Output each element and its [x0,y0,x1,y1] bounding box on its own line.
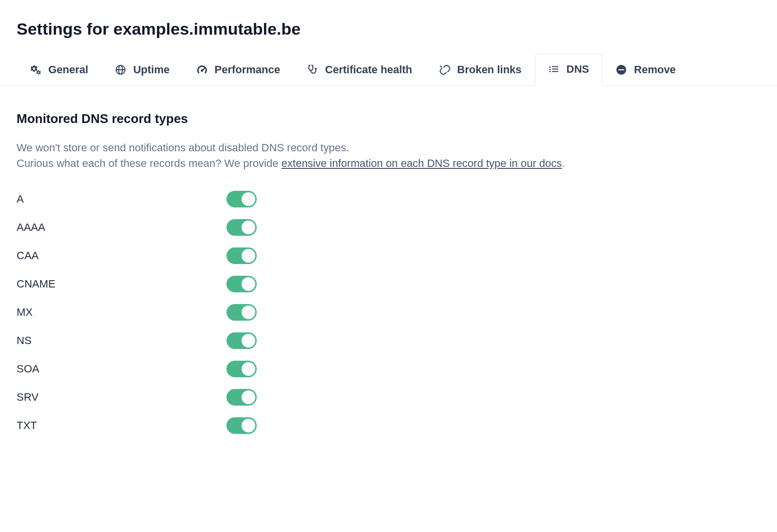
record-label: CAA [17,249,226,262]
tab-dns[interactable]: DNS [535,54,602,86]
toggle-knob [242,390,255,404]
record-label: SRV [17,391,226,404]
record-label: MX [17,306,226,319]
record-label: TXT [17,419,226,432]
tab-label: General [48,63,88,76]
toggle-knob [242,419,255,432]
tabs-bar: GeneralUptimePerformanceCertificate heal… [0,53,777,86]
toggle-srv[interactable] [226,389,257,406]
desc-line2-prefix: Curious what each of these records mean?… [17,157,282,169]
toggle-knob [242,249,255,263]
gears-icon [30,64,41,76]
minus-circle-icon [615,64,627,76]
record-row: SRV [17,389,760,406]
section-description: We won't store or send notifications abo… [17,140,760,171]
docs-link[interactable]: extensive information on each DNS record… [282,157,562,169]
tab-label: Performance [215,63,281,76]
tab-label: Broken links [457,63,522,76]
page-title: Settings for examples.immutable.be [0,0,777,53]
globe-icon [115,64,126,76]
desc-line2-suffix: . [562,157,565,169]
toggle-knob [242,277,255,291]
tab-label: Certificate health [325,63,412,76]
tab-uptime[interactable]: Uptime [102,54,183,86]
toggle-a[interactable] [226,191,257,207]
toggle-txt[interactable] [226,417,257,434]
record-label: A [17,193,226,205]
record-row: CAA [17,247,760,264]
content-area: Monitored DNS record types We won't stor… [0,86,777,471]
toggle-aaaa[interactable] [226,219,257,236]
toggle-ns[interactable] [226,332,257,349]
tab-certificate[interactable]: Certificate health [293,54,426,86]
toggle-mx[interactable] [226,304,257,321]
record-row: SOA [17,361,760,377]
record-label: CNAME [17,278,226,290]
record-row: AAAA [17,219,760,236]
list-icon [548,63,560,75]
tab-remove[interactable]: Remove [602,54,689,86]
toggle-cname[interactable] [226,276,257,292]
tab-broken[interactable]: Broken links [426,54,535,86]
record-row: MX [17,304,760,321]
desc-line1: We won't store or send notifications abo… [17,142,349,154]
record-row: TXT [17,417,760,434]
toggle-knob [242,362,255,376]
toggle-knob [242,306,255,319]
records-list: AAAAACAACNAMEMXNSSOASRVTXT [17,191,760,434]
stethoscope-icon [307,64,318,76]
record-label: NS [17,334,226,347]
record-label: AAAA [17,221,226,234]
record-row: NS [17,332,760,349]
record-row: CNAME [17,276,760,292]
toggle-knob [242,334,255,348]
tab-general[interactable]: General [17,54,102,86]
tab-performance[interactable]: Performance [183,54,294,86]
record-row: A [17,191,760,207]
toggle-caa[interactable] [226,247,257,264]
toggle-knob [242,192,255,206]
toggle-knob [242,221,255,234]
section-title: Monitored DNS record types [17,111,760,126]
tab-label: Remove [634,63,676,76]
record-label: SOA [17,363,226,375]
tab-label: DNS [567,63,589,76]
toggle-soa[interactable] [226,361,257,377]
gauge-icon [196,64,208,76]
unlink-icon [439,64,450,76]
tab-label: Uptime [133,63,170,76]
